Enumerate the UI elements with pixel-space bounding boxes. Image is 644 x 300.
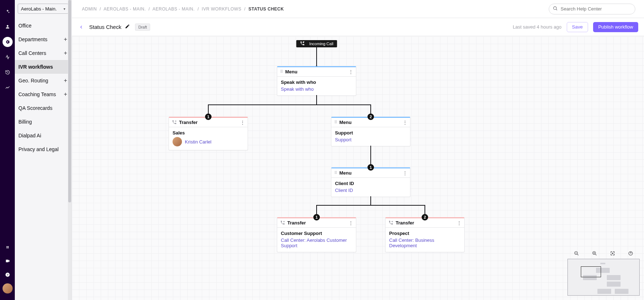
- node-body: Support Support: [331, 127, 410, 146]
- search-icon: [553, 6, 558, 12]
- sidebar-item-billing[interactable]: Billing: [15, 115, 71, 129]
- node-title: Client ID: [335, 181, 406, 186]
- node-transfer-customer-support[interactable]: Transfer ⋮ Customer Support Call Center:…: [277, 217, 356, 252]
- sidebar-item-privacy-legal[interactable]: Privacy and Legal: [15, 142, 71, 156]
- node-transfer-prospect[interactable]: Transfer ⋮ Prospect Call Center: Busines…: [385, 217, 465, 252]
- video-icon[interactable]: [3, 256, 13, 266]
- node-body: Customer Support Call Center: Aerolabs C…: [277, 228, 356, 252]
- crumb-current: STATUS CHECK: [248, 7, 284, 12]
- svg-point-2: [553, 7, 556, 9]
- svg-point-6: [631, 254, 631, 254]
- sidebar-item-label: Coaching Teams: [18, 91, 56, 97]
- crumb[interactable]: IVR WORKFLOWS: [202, 7, 242, 12]
- minimap-help-button[interactable]: [627, 249, 635, 257]
- publish-button[interactable]: Publish workflow: [593, 22, 638, 32]
- workspace-select[interactable]: AeroLabs - Main. ▾: [18, 4, 69, 14]
- sidebar-scrollbar-track[interactable]: [68, 0, 71, 300]
- drag-handle-icon[interactable]: ⠿: [280, 69, 283, 74]
- node-type: Menu: [285, 69, 297, 74]
- branch-badge: 1: [313, 214, 320, 220]
- person-icon[interactable]: [3, 22, 13, 32]
- connector: [208, 104, 371, 105]
- sidebar-item-departments[interactable]: Departments +: [15, 33, 71, 46]
- connector: [316, 47, 317, 66]
- sidebar-item-qa-scorecards[interactable]: QA Scorecards: [15, 101, 71, 115]
- node-type: Menu: [339, 120, 352, 125]
- integrations-icon[interactable]: [3, 242, 13, 252]
- gear-icon[interactable]: [3, 37, 13, 47]
- branch-badge: 1: [205, 113, 212, 120]
- node-more-button[interactable]: ⋮: [402, 170, 407, 176]
- history-icon[interactable]: [3, 67, 13, 77]
- node-menu-root[interactable]: ⠿ Menu ⋮ Speak with who Speak with who: [277, 66, 356, 96]
- node-transfer-sales[interactable]: Transfer ⋮ Sales Kristin Carlel: [169, 117, 248, 150]
- user-avatar[interactable]: [3, 283, 13, 293]
- phone-forward-icon: [172, 120, 177, 125]
- sidebar-item-coaching-teams[interactable]: Coaching Teams +: [15, 87, 71, 101]
- zoom-out-button[interactable]: [573, 249, 580, 257]
- connector: [316, 95, 317, 104]
- fit-view-button[interactable]: [609, 249, 617, 257]
- zoom-tools: [567, 249, 640, 296]
- node-title: Support: [335, 130, 406, 136]
- edit-title-button[interactable]: [125, 24, 130, 30]
- sparkle-icon[interactable]: [3, 7, 13, 17]
- drag-handle-icon[interactable]: ⠿: [334, 120, 337, 125]
- node-more-button[interactable]: ⋮: [457, 220, 461, 226]
- node-body: Sales Kristin Carlel: [169, 127, 248, 150]
- phone-forward-icon: [280, 220, 285, 226]
- save-button[interactable]: Save: [567, 22, 588, 32]
- back-button[interactable]: [78, 23, 85, 31]
- zoom-bar: [567, 249, 640, 258]
- draft-badge: Draft: [135, 23, 150, 31]
- node-type: Transfer: [396, 220, 414, 226]
- node-more-button[interactable]: ⋮: [348, 69, 353, 75]
- help-icon[interactable]: ?: [3, 270, 13, 280]
- activity-icon[interactable]: [3, 52, 13, 62]
- sidebar-item-dialpad-ai[interactable]: Dialpad Ai: [15, 129, 71, 142]
- plus-icon[interactable]: +: [64, 50, 67, 56]
- sidebar-item-label: Office: [18, 23, 31, 29]
- sidebar-scrollbar-thumb[interactable]: [68, 0, 71, 202]
- plus-icon[interactable]: +: [64, 36, 67, 43]
- node-title: Prospect: [389, 231, 461, 236]
- branch-badge: 1: [367, 164, 374, 171]
- sidebar-item-label: Billing: [18, 119, 32, 125]
- sidebar-item-label: Dialpad Ai: [18, 133, 41, 138]
- search-box[interactable]: [549, 4, 635, 14]
- node-type: Transfer: [179, 120, 197, 125]
- node-more-button[interactable]: ⋮: [402, 120, 407, 125]
- node-header: ⠿ Menu ⋮: [277, 67, 356, 77]
- separator: /: [149, 7, 150, 12]
- sidebar-item-label: Geo. Routing: [18, 78, 48, 83]
- node-person[interactable]: Kristin Carlel: [185, 139, 212, 145]
- search-input[interactable]: [561, 6, 631, 12]
- sidebar-item-ivr-workflows[interactable]: IVR workflows: [15, 60, 71, 74]
- node-menu-clientid[interactable]: ⠿ Menu ⋮ Client ID Client ID: [331, 167, 410, 197]
- sidebar-item-office[interactable]: Office: [15, 19, 71, 33]
- node-more-button[interactable]: ⋮: [240, 120, 245, 125]
- plus-icon[interactable]: +: [64, 91, 67, 98]
- drag-handle-icon[interactable]: ⠿: [334, 171, 337, 175]
- node-more-button[interactable]: ⋮: [348, 220, 353, 226]
- sidebar-item-geo-routing[interactable]: Geo. Routing +: [15, 74, 71, 87]
- workspace-selected: AeroLabs - Main.: [21, 6, 57, 12]
- workflow-canvas[interactable]: Incoming Call ⠿ Menu ⋮ Speak with who Sp…: [72, 37, 644, 300]
- last-saved: Last saved 4 hours ago: [513, 24, 561, 30]
- sidebar-item-label: IVR workflows: [18, 64, 53, 70]
- node-subtitle: Call Center: Aerolabs Customer Support: [281, 237, 352, 248]
- zoom-in-button[interactable]: [591, 249, 599, 257]
- crumb[interactable]: AEROLABS - MAIN.: [153, 7, 195, 12]
- analytics-icon[interactable]: [3, 82, 13, 93]
- minimap[interactable]: [567, 259, 640, 296]
- sidebar-item-callcenters[interactable]: Call Centers +: [15, 46, 71, 60]
- person-avatar: [173, 137, 182, 146]
- plus-icon[interactable]: +: [64, 77, 67, 84]
- separator: /: [244, 7, 246, 12]
- crumb[interactable]: ADMIN: [82, 7, 97, 12]
- topbar: ADMIN / AEROLABS - MAIN. / AEROLABS - MA…: [72, 0, 644, 18]
- sidebar-item-label: Call Centers: [18, 50, 46, 56]
- crumb[interactable]: AEROLABS - MAIN.: [104, 7, 146, 12]
- branch-badge: 2: [422, 214, 428, 220]
- node-menu-support[interactable]: ⠿ Menu ⋮ Support Support: [331, 117, 410, 146]
